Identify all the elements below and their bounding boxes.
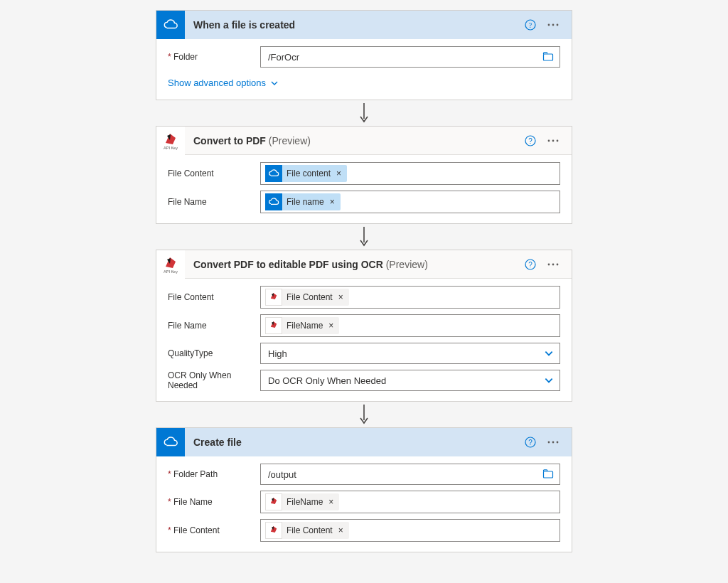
svg-point-23 bbox=[548, 442, 550, 444]
apikey-icon bbox=[265, 522, 282, 539]
svg-point-2 bbox=[548, 24, 550, 26]
dynamic-token[interactable]: File Content × bbox=[265, 522, 349, 539]
token-remove[interactable]: × bbox=[333, 169, 344, 178]
svg-text:?: ? bbox=[528, 439, 532, 446]
svg-point-12 bbox=[557, 139, 559, 141]
action-card-ocr: API Key Convert PDF to editable PDF usin… bbox=[156, 250, 572, 402]
action-card-create-file: Create file ? * Folder Path /output bbox=[156, 427, 572, 552]
file-name-input[interactable]: FileName × bbox=[260, 491, 560, 513]
help-icon[interactable]: ? bbox=[520, 131, 540, 151]
flow-arrow bbox=[357, 224, 371, 250]
folder-path-label: * Folder Path bbox=[168, 469, 260, 479]
help-icon[interactable]: ? bbox=[520, 432, 540, 452]
svg-text:?: ? bbox=[528, 260, 532, 268]
quality-label: QualityType bbox=[168, 348, 260, 358]
card-title-suffix: (Preview) bbox=[386, 259, 428, 270]
apikey-icon bbox=[265, 317, 282, 334]
token-remove[interactable]: × bbox=[336, 292, 346, 302]
more-icon[interactable] bbox=[540, 131, 566, 151]
ocr-only-select[interactable]: Do OCR Only When Needed bbox=[260, 370, 560, 391]
file-name-input[interactable]: File name × bbox=[260, 191, 560, 213]
chevron-down-icon bbox=[270, 79, 279, 87]
card-header[interactable]: API Key Convert PDF to editable PDF usin… bbox=[156, 250, 572, 279]
token-remove[interactable]: × bbox=[326, 321, 336, 331]
apikey-icon: API Key bbox=[156, 250, 185, 279]
token-remove[interactable]: × bbox=[326, 497, 336, 507]
svg-point-25 bbox=[557, 442, 559, 444]
dynamic-token[interactable]: File name × bbox=[265, 193, 341, 210]
svg-point-18 bbox=[552, 263, 555, 265]
dynamic-token[interactable]: FileName × bbox=[265, 493, 339, 510]
svg-rect-5 bbox=[544, 54, 553, 60]
svg-point-24 bbox=[552, 442, 555, 444]
help-icon[interactable]: ? bbox=[520, 15, 540, 35]
folder-label: * Folder bbox=[168, 52, 260, 62]
action-card-convert-pdf: API Key Convert to PDF (Preview) ? File … bbox=[156, 126, 572, 224]
more-icon[interactable] bbox=[540, 15, 566, 35]
card-header[interactable]: When a file is created ? bbox=[156, 11, 572, 39]
file-name-input[interactable]: FileName × bbox=[260, 314, 560, 337]
svg-point-19 bbox=[557, 263, 559, 265]
card-title: Convert to PDF bbox=[193, 135, 266, 146]
dynamic-token[interactable]: FileName × bbox=[265, 317, 339, 334]
cloud-icon bbox=[156, 11, 185, 39]
more-icon[interactable] bbox=[540, 432, 566, 452]
dynamic-token[interactable]: File Content × bbox=[265, 289, 349, 306]
file-content-label: * File Content bbox=[168, 525, 260, 535]
token-remove[interactable]: × bbox=[327, 197, 338, 207]
svg-point-3 bbox=[552, 24, 555, 26]
folder-picker-icon[interactable] bbox=[541, 51, 555, 63]
show-advanced-link[interactable]: Show advanced options bbox=[168, 73, 279, 90]
folder-input[interactable]: /ForOcr bbox=[260, 46, 560, 68]
svg-point-17 bbox=[548, 263, 550, 265]
more-icon[interactable] bbox=[540, 255, 566, 274]
svg-point-4 bbox=[557, 24, 559, 26]
token-remove[interactable]: × bbox=[336, 525, 346, 535]
cloud-icon bbox=[265, 193, 282, 210]
file-content-input[interactable]: File Content × bbox=[260, 286, 560, 309]
svg-text:API Key: API Key bbox=[164, 269, 178, 274]
file-name-label: File Name bbox=[168, 197, 260, 207]
folder-path-input[interactable]: /output bbox=[260, 464, 560, 485]
svg-text:?: ? bbox=[528, 137, 532, 144]
file-content-input[interactable]: File Content × bbox=[260, 519, 560, 542]
svg-point-11 bbox=[552, 139, 555, 141]
svg-text:API Key: API Key bbox=[164, 146, 178, 150]
cloud-icon bbox=[265, 165, 282, 182]
trigger-card: When a file is created ? * Folder /ForOc… bbox=[156, 10, 572, 100]
card-title: When a file is created bbox=[193, 19, 295, 31]
apikey-icon bbox=[265, 289, 282, 306]
quality-select[interactable]: High bbox=[260, 343, 560, 364]
card-title-suffix: (Preview) bbox=[269, 135, 311, 146]
card-title: Create file bbox=[193, 437, 242, 448]
file-content-label: File Content bbox=[168, 292, 260, 302]
ocr-only-label: OCR Only When Needed bbox=[168, 370, 260, 391]
dynamic-token[interactable]: File content × bbox=[265, 165, 347, 182]
chevron-down-icon bbox=[542, 375, 555, 385]
help-icon[interactable]: ? bbox=[520, 255, 540, 274]
card-title: Convert PDF to editable PDF using OCR bbox=[193, 259, 383, 270]
svg-rect-26 bbox=[544, 471, 553, 478]
file-content-label: File Content bbox=[168, 169, 260, 178]
folder-picker-icon[interactable] bbox=[541, 469, 555, 480]
flow-arrow bbox=[357, 402, 371, 427]
file-content-input[interactable]: File content × bbox=[260, 162, 560, 185]
svg-point-10 bbox=[548, 139, 550, 141]
svg-text:?: ? bbox=[529, 21, 532, 29]
card-header[interactable]: Create file ? bbox=[156, 428, 572, 456]
file-name-label: * File Name bbox=[168, 497, 260, 507]
card-header[interactable]: API Key Convert to PDF (Preview) ? bbox=[156, 127, 572, 155]
apikey-icon bbox=[265, 493, 282, 510]
file-name-label: File Name bbox=[168, 321, 260, 331]
apikey-icon: API Key bbox=[156, 127, 185, 155]
cloud-icon bbox=[156, 428, 185, 456]
flow-arrow bbox=[357, 100, 371, 126]
chevron-down-icon bbox=[542, 348, 555, 358]
